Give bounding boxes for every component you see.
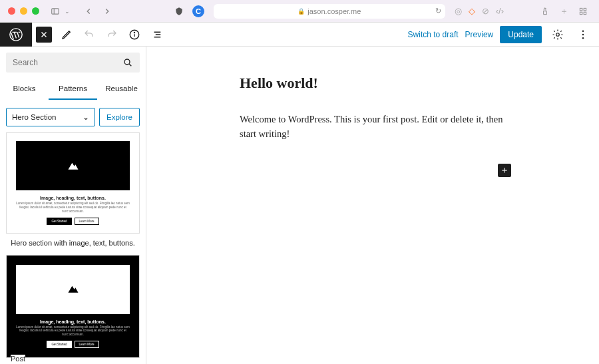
- forward-button[interactable]: [99, 4, 115, 19]
- back-button[interactable]: [81, 4, 97, 19]
- tabs-overview-icon[interactable]: [575, 4, 591, 19]
- preview-btn-secondary: Learn More: [75, 218, 99, 225]
- lock-icon: 🔒: [298, 8, 305, 15]
- privacy-report-icon[interactable]: [171, 4, 187, 19]
- search-icon: [122, 57, 133, 68]
- document-info-button[interactable]: [125, 25, 144, 44]
- preview-text: Lorem ipsum dolor sit amet, consectetur …: [16, 325, 130, 337]
- svg-point-15: [556, 33, 560, 36]
- pattern-preview: Image, heading, text, buttons. Lorem ips…: [7, 256, 139, 358]
- share-icon[interactable]: [537, 4, 553, 19]
- wordpress-logo[interactable]: [0, 23, 32, 47]
- search-field[interactable]: [13, 58, 122, 67]
- post-title[interactable]: Hello world!: [240, 75, 599, 92]
- document-type-label: Post: [11, 355, 25, 364]
- search-input[interactable]: [6, 53, 140, 73]
- svg-rect-5: [584, 12, 586, 15]
- svg-point-18: [582, 37, 584, 39]
- preview-heading: Image, heading, text, buttons.: [16, 196, 130, 200]
- svg-rect-4: [580, 12, 582, 15]
- pattern-card-hero-light[interactable]: Image, heading, text, buttons. Lorem ips…: [6, 132, 140, 234]
- edit-tool-button[interactable]: [57, 25, 76, 44]
- mountain-icon: [64, 281, 83, 297]
- svg-point-17: [582, 33, 584, 35]
- browser-chrome: ⌄ C 🔒 jason.cosper.me ↻ ◎ ◇ ⊘ ‹/› ＋: [0, 0, 599, 22]
- explore-button[interactable]: Explore: [99, 108, 140, 126]
- maximize-window-button[interactable]: [32, 7, 39, 15]
- category-selected-label: Hero Section: [12, 113, 56, 121]
- list-view-button[interactable]: [148, 25, 166, 44]
- preview-btn-secondary: Learn More: [75, 341, 99, 348]
- extension-diamond-icon[interactable]: ◇: [469, 6, 475, 16]
- traffic-lights: [8, 7, 39, 15]
- chevron-down-icon: ⌄: [83, 112, 89, 122]
- new-tab-icon[interactable]: ＋: [560, 5, 568, 17]
- preview-btn-primary: Get Started: [47, 341, 71, 348]
- editor-canvas[interactable]: Hello world! Welcome to WordPress. This …: [146, 47, 599, 364]
- add-block-button[interactable]: ＋: [498, 164, 511, 177]
- block-inserter-panel: Blocks Patterns Reusable Hero Section ⌄ …: [0, 47, 146, 364]
- minimize-window-button[interactable]: [20, 7, 27, 15]
- block-icon[interactable]: ⊘: [482, 6, 489, 16]
- mountain-icon: [64, 158, 83, 174]
- more-options-button[interactable]: [574, 25, 592, 44]
- svg-line-20: [129, 64, 131, 66]
- pattern-caption: Hero section with image, text, buttons.: [0, 239, 146, 255]
- preview-button[interactable]: Preview: [465, 30, 494, 39]
- tab-reusable[interactable]: Reusable: [97, 79, 146, 100]
- inserter-tabs: Blocks Patterns Reusable: [0, 79, 146, 100]
- editor-toolbar: Switch to draft Preview Update: [0, 23, 599, 47]
- preview-heading: Image, heading, text, buttons.: [16, 319, 130, 324]
- pattern-card-hero-dark[interactable]: Image, heading, text, buttons. Lorem ips…: [6, 255, 140, 359]
- preview-text: Lorem ipsum dolor sit amet, consectetur …: [16, 202, 130, 214]
- svg-point-19: [124, 59, 130, 65]
- preview-btn-primary: Get Started: [47, 218, 71, 225]
- reload-icon[interactable]: ↻: [435, 7, 441, 15]
- post-body[interactable]: Welcome to WordPress. This is your first…: [240, 112, 506, 142]
- close-window-button[interactable]: [8, 7, 15, 15]
- tab-patterns[interactable]: Patterns: [49, 79, 97, 100]
- svg-rect-0: [52, 8, 59, 13]
- settings-button[interactable]: [548, 25, 567, 44]
- undo-button[interactable]: [80, 25, 99, 44]
- sidebar-toggle-icon[interactable]: [47, 4, 63, 19]
- chevron-down-icon[interactable]: ⌄: [65, 8, 70, 15]
- svg-point-11: [134, 32, 134, 33]
- svg-rect-2: [580, 8, 582, 11]
- update-button[interactable]: Update: [500, 26, 542, 43]
- switch-to-draft-button[interactable]: Switch to draft: [408, 30, 459, 39]
- url-bar[interactable]: 🔒 jason.cosper.me ↻: [214, 4, 445, 19]
- svg-rect-3: [584, 8, 586, 11]
- svg-point-16: [582, 30, 584, 31]
- url-host: jason.cosper.me: [307, 7, 361, 15]
- devtools-icon[interactable]: ‹/›: [496, 6, 504, 16]
- reader-icon[interactable]: ◎: [455, 6, 462, 16]
- tab-blocks[interactable]: Blocks: [0, 79, 49, 100]
- close-inserter-button[interactable]: [36, 27, 52, 43]
- redo-button[interactable]: [102, 25, 121, 44]
- pattern-category-select[interactable]: Hero Section ⌄: [6, 108, 95, 126]
- extension-badge-icon[interactable]: C: [192, 5, 204, 17]
- pattern-preview: Image, heading, text, buttons. Lorem ips…: [7, 133, 139, 233]
